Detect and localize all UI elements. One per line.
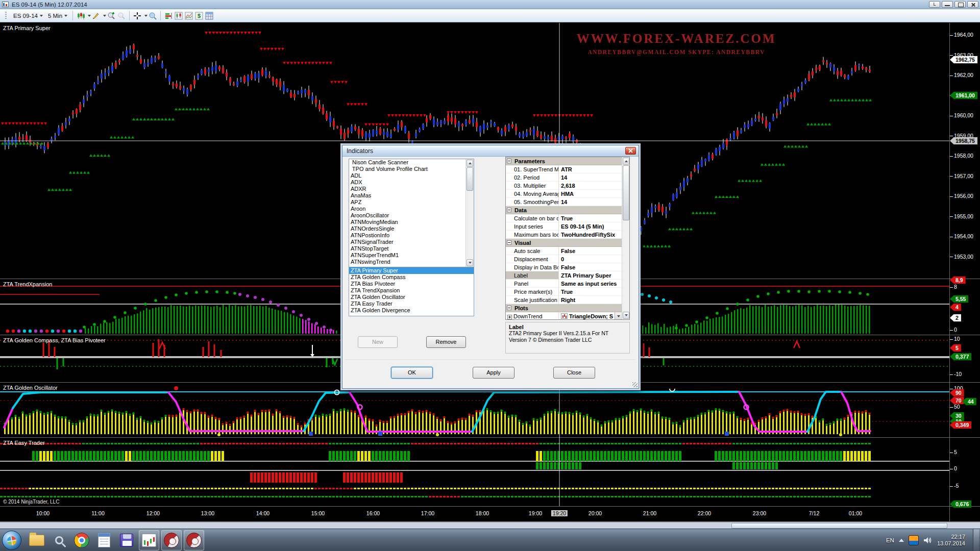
property-row[interactable]: Auto scaleFalse <box>506 247 622 255</box>
chart-trader-icon[interactable] <box>174 11 184 21</box>
applied-indicator-item[interactable]: ZTA Golden Divergence <box>349 307 474 314</box>
show-hidden-icons[interactable] <box>899 536 904 542</box>
tray-app-icon[interactable] <box>909 535 919 545</box>
property-row[interactable]: LabelZTA Primary Super <box>506 271 622 280</box>
dialog-close-button[interactable] <box>625 147 636 155</box>
property-row[interactable]: Scale justificationRight <box>506 296 622 304</box>
applied-indicators-list[interactable]: ZTA Primary SuperZTA Golden CompassZTA B… <box>349 267 474 316</box>
applied-indicator-item[interactable]: ZTA Easy Trader <box>349 300 474 307</box>
property-row[interactable]: Calculate on bar closeTrue <box>506 214 622 222</box>
indicator-list-item[interactable]: ATNPostionInfo <box>349 232 465 239</box>
property-row[interactable]: Display in Data BoxFalse <box>506 263 622 271</box>
start-button[interactable] <box>2 531 21 550</box>
indicator-list-item[interactable]: ADXR <box>349 186 465 192</box>
clock[interactable]: 22:17 13.07.2014 <box>937 534 965 547</box>
zoom-out-icon[interactable] <box>116 11 127 21</box>
property-row[interactable]: DownTrendTriangleDown; S <box>506 312 622 320</box>
property-category-row[interactable]: Visual <box>506 239 622 247</box>
property-category-row[interactable]: Data <box>506 206 622 214</box>
close-button[interactable] <box>967 1 978 8</box>
taskbar-search[interactable] <box>49 530 69 550</box>
property-row[interactable]: 04. Moving Average THMA <box>506 190 622 198</box>
indicator-list-item[interactable]: ATNswingTrend <box>349 259 465 265</box>
applied-indicator-item[interactable]: ZTA Golden Oscillator <box>349 294 474 300</box>
interval-selector[interactable]: 5 Min <box>45 12 70 20</box>
property-row[interactable]: 02. Period14 <box>506 173 622 182</box>
collapse-icon[interactable] <box>507 208 511 212</box>
language-indicator[interactable]: EN <box>886 537 894 543</box>
property-row[interactable]: Price marker(s)True <box>506 288 622 296</box>
bar-style-icon[interactable] <box>76 11 86 21</box>
indicator-list-item[interactable]: AroonOscillator <box>349 212 465 219</box>
indicator-list-item[interactable]: ADX <box>349 179 465 186</box>
indicator-list-item[interactable]: ATNMovingMedian <box>349 219 465 226</box>
property-row[interactable]: PanelSame as input series <box>506 280 622 288</box>
speaker-icon[interactable] <box>923 536 933 544</box>
dollar-icon[interactable]: $ <box>194 11 204 21</box>
applied-indicator-item[interactable]: ZTA Primary Super <box>349 267 474 274</box>
scroll-down-icon[interactable] <box>623 312 629 319</box>
property-category-row[interactable]: Plots <box>506 304 622 312</box>
taskbar-chart-app[interactable] <box>139 530 159 550</box>
dropdown-button[interactable] <box>615 312 622 320</box>
property-grid[interactable]: Parameters01. SuperTrend ModeATR02. Peri… <box>505 157 630 320</box>
link-button[interactable]: L <box>929 1 940 8</box>
property-row[interactable]: 01. SuperTrend ModeATR <box>506 165 622 173</box>
indicator-list-item[interactable]: TPO and Volume Profile Chart <box>349 166 465 172</box>
expand-icon[interactable] <box>507 315 512 319</box>
property-row[interactable]: Displacement0 <box>506 255 622 263</box>
property-row[interactable]: Input seriesES 09-14 (5 Min) <box>506 222 622 231</box>
toolbar-grip[interactable] <box>5 12 7 20</box>
indicator-list-item[interactable]: ATNStopTarget <box>349 245 465 252</box>
indicator-list-item[interactable]: Nison Candle Scanner <box>349 159 465 166</box>
scroll-up-icon[interactable] <box>623 158 629 165</box>
resize-grip[interactable] <box>632 382 638 387</box>
market-depth-icon[interactable] <box>163 11 174 21</box>
property-row[interactable]: 05. SmoothingPeriod14 <box>506 198 622 206</box>
scroll-up-icon[interactable] <box>467 160 473 167</box>
taskbar-chrome[interactable] <box>71 530 92 550</box>
taskbar-folder[interactable] <box>27 530 47 550</box>
ok-button[interactable]: OK <box>391 367 433 379</box>
apply-button[interactable]: Apply <box>473 367 514 379</box>
property-row[interactable]: 03. Multiplier2,618 <box>506 182 622 190</box>
collapse-icon[interactable] <box>507 159 511 163</box>
taskbar-ninjatrader-1[interactable] <box>161 530 182 550</box>
indicator-list-item[interactable]: ATNSuperTrendM1 <box>349 252 465 259</box>
applied-indicator-item[interactable]: ZTA Bias Pivoteer <box>349 281 474 287</box>
line-chart-icon[interactable] <box>184 11 194 21</box>
dialog-titlebar[interactable]: Indicators <box>342 145 639 157</box>
drawing-pencil-icon[interactable] <box>91 11 101 21</box>
indicator-list-item[interactable]: APZ <box>349 199 465 206</box>
grid-scrollbar[interactable] <box>622 157 629 319</box>
crosshair-icon[interactable] <box>132 11 142 21</box>
indicator-list-item[interactable]: ATNSignalTrader <box>349 239 465 245</box>
list-scrollbar[interactable] <box>465 159 474 267</box>
indicator-list-item[interactable]: ATNOrdersSingle <box>349 226 465 232</box>
applied-indicator-item[interactable]: ZTA TrendXpansion <box>349 287 474 294</box>
available-indicators-list[interactable]: Nison Candle Scanner TPO and Volume Prof… <box>349 159 474 267</box>
maximize-button[interactable] <box>954 1 966 8</box>
collapse-icon[interactable] <box>507 240 511 245</box>
show-desktop-button[interactable] <box>973 529 979 551</box>
remove-button[interactable]: Remove <box>426 336 466 348</box>
taskbar-notepad[interactable] <box>94 530 114 550</box>
indicator-list-item[interactable]: ADL <box>349 172 465 179</box>
property-row[interactable]: Maximum bars look baTwoHundredFiftySix <box>506 231 622 239</box>
applied-indicator-item[interactable]: ZTA Golden Compass <box>349 274 474 281</box>
data-grid-icon[interactable] <box>204 11 214 21</box>
chart-hscrollbar[interactable] <box>0 522 980 529</box>
property-category-row[interactable]: Parameters <box>506 157 622 165</box>
scrollbar-thumb[interactable] <box>623 165 629 220</box>
taskbar-ninjatrader-2[interactable] <box>184 530 204 550</box>
hscrollbar-thumb[interactable] <box>731 523 947 529</box>
scrollbar-thumb[interactable] <box>467 167 473 191</box>
close-dialog-button[interactable]: Close <box>553 367 595 379</box>
minimize-button[interactable] <box>942 1 953 8</box>
indicator-list-item[interactable]: AnaMas <box>349 192 465 199</box>
magnifier-icon[interactable] <box>148 11 158 21</box>
zoom-in-icon[interactable] <box>106 11 116 21</box>
new-button[interactable]: New <box>358 336 398 348</box>
indicator-list-item[interactable]: Aroon <box>349 206 465 212</box>
collapse-icon[interactable] <box>507 306 511 310</box>
